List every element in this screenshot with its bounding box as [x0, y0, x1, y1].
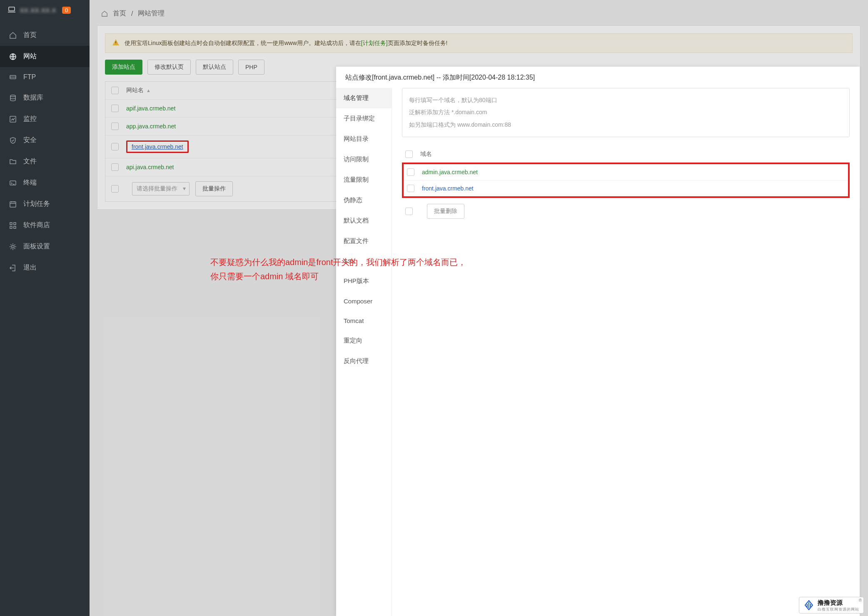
select-all-checkbox[interactable] — [111, 87, 119, 94]
domain-col-name: 域名 — [420, 150, 432, 158]
sidebar-header: XX.XX.XX.X 0 — [0, 0, 90, 20]
breadcrumb-home[interactable]: 首页 — [113, 9, 126, 18]
home-icon — [101, 10, 108, 17]
sidebar-item-store[interactable]: 软件商店 — [0, 215, 90, 236]
breadcrumb-sep: / — [131, 10, 133, 18]
placeholder-line: 泛解析添加方法 *.domain.com — [409, 106, 843, 118]
svg-rect-9 — [10, 226, 12, 228]
shield-icon — [9, 137, 17, 144]
modal-nav-subdir[interactable]: 子目录绑定 — [336, 108, 392, 129]
sidebar-item-label: 退出 — [23, 263, 37, 272]
site-link[interactable]: api.java.crmeb.net — [126, 164, 174, 170]
modal-nav-proxy[interactable]: 反向代理 — [336, 351, 392, 371]
sidebar-item-logout[interactable]: 退出 — [0, 257, 90, 278]
svg-rect-6 — [10, 202, 16, 207]
database-icon — [9, 94, 17, 102]
watermark-logo: 撸撸资源 白撸互联网资源的网站 ® — [799, 597, 864, 613]
sidebar-item-label: 安全 — [23, 136, 37, 145]
foot-checkbox[interactable] — [111, 185, 119, 193]
logo-subtitle: 白撸互联网资源的网站 — [818, 607, 859, 612]
site-link[interactable]: front.java.crmeb.net — [132, 143, 183, 150]
modal-nav-rewrite[interactable]: 伪静态 — [336, 190, 392, 210]
alert-text-after: 页面添加定时备份任务! — [388, 40, 448, 46]
modal-nav-tomcat[interactable]: Tomcat — [336, 311, 392, 331]
site-link[interactable]: app.java.crmeb.net — [126, 123, 176, 130]
sidebar-item-database[interactable]: 数据库 — [0, 87, 90, 108]
sidebar-item-cron[interactable]: 计划任务 — [0, 193, 90, 215]
sidebar-item-security[interactable]: 安全 — [0, 130, 90, 151]
php-button[interactable]: PHP — [238, 60, 264, 75]
bulk-action-button[interactable]: 批量操作 — [195, 181, 233, 196]
modal-content: 每行填写一个域名，默认为80端口 泛解析添加方法 *.domain.com 如另… — [392, 88, 860, 616]
calendar-icon — [9, 200, 17, 208]
svg-rect-7 — [10, 223, 12, 225]
modal-nav-config[interactable]: 配置文件 — [336, 231, 392, 251]
svg-rect-10 — [14, 226, 16, 228]
alert-text-before: 使用宝塔Linux面板创建站点时会自动创建权限配置，统一使用www用户。建站成功… — [125, 40, 361, 46]
svg-point-3 — [10, 95, 15, 97]
domain-checkbox[interactable] — [407, 185, 414, 192]
modal-nav-composer[interactable]: Composer — [336, 291, 392, 311]
domain-textarea[interactable]: 每行填写一个域名，默认为80端口 泛解析添加方法 *.domain.com 如另… — [402, 88, 850, 137]
sidebar-item-label: 数据库 — [23, 93, 43, 102]
breadcrumb: 首页 / 网站管理 — [97, 6, 861, 25]
logo-icon — [803, 600, 814, 612]
sidebar-item-files[interactable]: 文件 — [0, 151, 90, 172]
domain-checkbox[interactable] — [407, 168, 414, 176]
sidebar-item-website[interactable]: 网站 — [0, 46, 90, 67]
row-checkbox[interactable] — [111, 163, 119, 171]
laptop-icon — [7, 6, 16, 14]
row-checkbox[interactable] — [111, 143, 119, 150]
col-site-name[interactable]: 网站名 — [126, 87, 144, 94]
sidebar-item-label: 网站 — [23, 52, 37, 61]
svg-point-11 — [12, 245, 14, 248]
domain-foot-checkbox[interactable] — [405, 208, 413, 215]
row-checkbox[interactable] — [111, 123, 119, 130]
domain-name[interactable]: front.java.crmeb.net — [422, 185, 474, 192]
batch-delete-button[interactable]: 批量删除 — [427, 204, 464, 219]
sidebar-item-ftp[interactable]: FTP — [0, 67, 90, 87]
modify-default-button[interactable]: 修改默认页 — [147, 60, 191, 75]
sidebar-item-settings[interactable]: 面板设置 — [0, 236, 90, 257]
breadcrumb-page: 网站管理 — [138, 9, 165, 18]
gear-icon — [9, 243, 17, 250]
server-ip: XX.XX.XX.X — [20, 7, 56, 14]
modal-body: 域名管理 子目录绑定 网站目录 访问限制 流量限制 伪静态 默认文档 配置文件 … — [336, 88, 860, 616]
alert-link[interactable]: [计划任务] — [361, 40, 388, 46]
placeholder-line: 如另加端口格式为 www.domain.com:88 — [409, 119, 843, 131]
sidebar-item-terminal[interactable]: 终端 — [0, 172, 90, 193]
logout-icon — [9, 264, 17, 272]
bulk-select[interactable]: 请选择批量操作 — [132, 182, 190, 195]
alert: 使用宝塔Linux面板创建站点时会自动创建权限配置，统一使用www用户。建站成功… — [105, 33, 853, 53]
sort-icon[interactable]: ▲ — [146, 88, 151, 93]
modal-nav-access[interactable]: 访问限制 — [336, 149, 392, 170]
modal-nav-traffic[interactable]: 流量限制 — [336, 170, 392, 190]
modal-nav-domain[interactable]: 域名管理 — [336, 88, 392, 108]
logo-text: 撸撸资源 白撸互联网资源的网站 — [818, 599, 859, 612]
sidebar-item-monitor[interactable]: 监控 — [0, 108, 90, 130]
ftp-icon — [9, 73, 17, 81]
main: 首页 / 网站管理 使用宝塔Linux面板创建站点时会自动创建权限配置，统一使用… — [90, 0, 868, 616]
notification-badge[interactable]: 0 — [62, 7, 71, 14]
domain-name[interactable]: admin.java.crmeb.net — [422, 169, 478, 175]
row-checkbox[interactable] — [111, 105, 119, 112]
default-site-button[interactable]: 默认站点 — [196, 60, 233, 75]
modal-nav-sitedir[interactable]: 网站目录 — [336, 129, 392, 149]
domain-table: 域名 admin.java.crmeb.net front.java.crmeb… — [402, 146, 850, 225]
svg-rect-12 — [115, 41, 116, 43]
domain-select-all-checkbox[interactable] — [405, 150, 413, 158]
modal-nav-defaultdoc[interactable]: 默认文档 — [336, 210, 392, 231]
site-edit-modal: 站点修改[front.java.crmeb.net] -- 添加时间[2020-… — [336, 67, 860, 616]
highlighted-site: front.java.crmeb.net — [126, 140, 189, 153]
modal-nav-redirect[interactable]: 重定向 — [336, 331, 392, 351]
site-link[interactable]: apif.java.crmeb.net — [126, 105, 175, 112]
domain-table-foot: 批量删除 — [402, 198, 850, 225]
sidebar-item-home[interactable]: 首页 — [0, 25, 90, 46]
annotation-text: 不要疑惑为什么我的admin是front开头的，我们解析了两个域名而已， 你只需… — [210, 255, 466, 283]
add-site-button[interactable]: 添加站点 — [105, 60, 142, 75]
modal-nav: 域名管理 子目录绑定 网站目录 访问限制 流量限制 伪静态 默认文档 配置文件 … — [336, 88, 392, 616]
home-icon — [9, 32, 17, 39]
sidebar-item-label: 计划任务 — [23, 200, 50, 208]
placeholder-line: 每行填写一个域名，默认为80端口 — [409, 94, 843, 106]
svg-rect-0 — [9, 7, 15, 11]
